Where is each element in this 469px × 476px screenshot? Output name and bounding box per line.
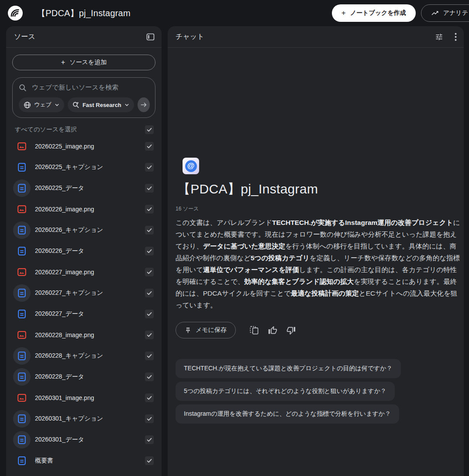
summary-bold-segment: 最適な投稿計画の策定: [291, 290, 359, 297]
source-name: 20260228_image.png: [35, 331, 94, 338]
analytics-button[interactable]: アナリティクス: [421, 4, 469, 22]
app-window: 【PDCA】pj_Instagram + ノートブックを作成 アナリティクス ソ…: [0, 0, 469, 476]
save-to-note-button[interactable]: メモに保存: [176, 322, 236, 338]
doc-icon: [18, 352, 26, 360]
source-list-item[interactable]: 20260228_データ: [12, 366, 155, 387]
copy-icon[interactable]: [250, 326, 259, 335]
source-checkbox[interactable]: [145, 163, 154, 172]
collapse-panel-icon[interactable]: [146, 33, 155, 41]
source-list-item[interactable]: 20260227_データ: [12, 304, 155, 324]
submit-search-button[interactable]: [138, 97, 150, 112]
source-list-item[interactable]: 20260226_image.png: [12, 199, 155, 220]
search-icon: [19, 84, 27, 92]
source-icon-wrap: [12, 179, 31, 198]
more-options-icon[interactable]: [455, 33, 457, 41]
notebook-title-topbar[interactable]: 【PDCA】pj_Instagram: [37, 7, 131, 19]
source-name: 20260301_データ: [35, 436, 84, 444]
web-filter-chip[interactable]: ウェブ: [19, 97, 64, 112]
doc-icon: [18, 435, 26, 444]
source-name: 20260301_キャプション: [35, 415, 103, 423]
source-list-item[interactable]: 20260225_データ: [12, 178, 155, 199]
search-input[interactable]: ウェブで新しいソースを検索: [32, 83, 118, 92]
pin-icon: [185, 327, 191, 334]
chat-settings-icon[interactable]: [435, 33, 443, 41]
source-name: 20260301_image.png: [35, 394, 94, 401]
summary-bold-segment: 週単位でパフォーマンスを評価: [203, 266, 299, 273]
source-checkbox[interactable]: [145, 393, 154, 402]
source-list-item[interactable]: 20260301_image.png: [12, 387, 155, 408]
source-name: 20260227_キャプション: [35, 289, 103, 297]
source-list-item[interactable]: 20260225_キャプション: [12, 157, 155, 178]
doc-icon: [18, 414, 26, 423]
suggested-question-chip[interactable]: 5つの投稿カテゴリには、それぞれどのような役割と狙いがありますか？: [176, 382, 395, 401]
globe-icon: [24, 101, 31, 109]
research-chip-label: Fast Research: [83, 102, 121, 108]
image-icon: [17, 331, 26, 339]
top-bar: 【PDCA】pj_Instagram + ノートブックを作成 アナリティクス: [0, 0, 469, 26]
image-icon: [17, 205, 26, 213]
source-icon-wrap: [12, 325, 31, 345]
notebooklm-logo-icon[interactable]: [8, 6, 23, 21]
summary-bold-segment: TECHTECH.が実施するInstagram運用の改善プロジェクト: [272, 219, 453, 226]
source-checkbox[interactable]: [145, 456, 154, 465]
source-name: 20260227_image.png: [35, 269, 94, 276]
research-mode-chip[interactable]: Fast Research: [68, 97, 134, 112]
source-icon-wrap: [12, 221, 31, 240]
source-list-item[interactable]: 20260226_データ: [12, 241, 155, 262]
image-icon: [17, 394, 26, 402]
select-all-label: すべてのソースを選択: [15, 126, 77, 134]
doc-icon: [18, 456, 26, 465]
source-checkbox[interactable]: [145, 352, 154, 360]
web-source-search-box[interactable]: ウェブで新しいソースを検索 ウェブ: [12, 77, 155, 118]
suggested-question-chip[interactable]: TECHTECH.が現在抱えている課題と改善プロジェクトの目的は何ですか？: [176, 359, 401, 378]
source-checkbox[interactable]: [145, 435, 154, 444]
source-checkbox[interactable]: [145, 226, 154, 235]
add-source-button[interactable]: + ソースを追加: [12, 55, 155, 70]
source-checkbox[interactable]: [145, 373, 154, 381]
save-to-note-label: メモに保存: [196, 326, 227, 334]
source-checkbox[interactable]: [145, 414, 154, 423]
create-notebook-button[interactable]: + ノートブックを作成: [332, 4, 416, 22]
source-name: 概要書: [35, 457, 53, 465]
suggested-questions: TECHTECH.が現在抱えている課題と改善プロジェクトの目的は何ですか？5つの…: [176, 359, 460, 424]
source-checkbox[interactable]: [145, 268, 154, 276]
source-name: 20260225_データ: [35, 184, 84, 192]
add-source-label: ソースを追加: [69, 59, 107, 66]
source-list-item[interactable]: 20260301_データ: [12, 429, 155, 450]
source-checkbox[interactable]: [145, 310, 154, 318]
source-checkbox[interactable]: [145, 184, 154, 193]
summary-bold-segment: 効率的な集客とブランド認知の拡大: [245, 278, 354, 285]
chat-panel-title: チャット: [176, 32, 204, 41]
doc-icon: [18, 163, 26, 172]
source-name: 20260226_キャプション: [35, 226, 103, 234]
chat-panel-header: チャット: [168, 26, 464, 48]
source-count: 16 ソース: [176, 205, 460, 213]
source-icon-wrap: [12, 241, 31, 261]
source-checkbox[interactable]: [145, 205, 154, 214]
source-icon-wrap: [12, 430, 31, 449]
source-checkbox[interactable]: [145, 142, 154, 151]
create-notebook-label: ノートブックを作成: [350, 9, 406, 17]
source-list-item[interactable]: 20260225_image.png: [12, 136, 155, 157]
suggested-question-chip[interactable]: Instagramの運用を改善するために、どのような指標で分析を行いますか？: [176, 404, 399, 424]
source-checkbox[interactable]: [145, 247, 154, 255]
sources-panel-header: ソース: [6, 26, 162, 48]
source-list-item[interactable]: 20260226_キャプション: [12, 220, 155, 241]
source-checkbox[interactable]: [145, 289, 154, 297]
source-checkbox[interactable]: [145, 331, 154, 339]
thumbs-up-icon[interactable]: [268, 326, 277, 335]
source-list-item[interactable]: 20260227_image.png: [12, 262, 155, 283]
plus-icon: +: [341, 9, 346, 17]
select-all-checkbox[interactable]: [145, 125, 154, 134]
trending-up-icon: [431, 9, 439, 17]
source-list-item[interactable]: 20260228_image.png: [12, 324, 155, 345]
source-list-item[interactable]: 20260227_キャプション: [12, 283, 155, 304]
source-icon-wrap: [12, 451, 31, 470]
plus-icon: +: [61, 59, 65, 66]
at-mark-icon: @: [185, 160, 197, 172]
source-list-item[interactable]: 20260301_キャプション: [12, 408, 155, 429]
source-list-item[interactable]: 概要書: [12, 450, 155, 471]
source-name: 20260226_image.png: [35, 206, 94, 213]
source-list-item[interactable]: 20260228_キャプション: [12, 345, 155, 366]
thumbs-down-icon[interactable]: [286, 326, 296, 335]
